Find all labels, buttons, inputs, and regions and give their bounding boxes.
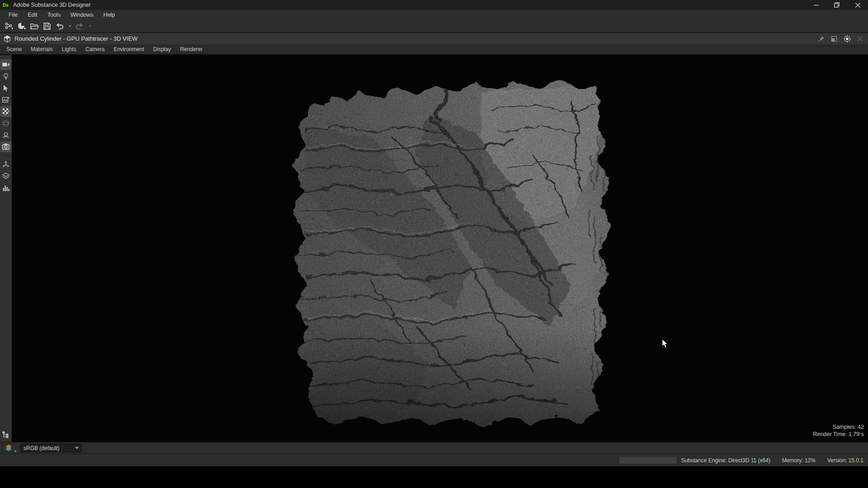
histogram-icon [2, 184, 10, 192]
3d-viewport[interactable]: Samples: 42 Render Time: 1.79 s [13, 55, 868, 442]
focus-view-icon[interactable] [844, 35, 851, 42]
memory-status: Memory: 12% [782, 457, 816, 464]
menu-tools[interactable]: Tools [42, 10, 66, 19]
redo-icon [75, 22, 84, 31]
open-file-button[interactable] [28, 21, 41, 32]
restore-button[interactable] [826, 0, 847, 10]
save-icon [42, 22, 52, 31]
orbit-camera-icon [2, 131, 10, 139]
open-folder-icon [30, 22, 39, 31]
color-profile-value: sRGB (default) [24, 445, 75, 451]
select-pointer-button[interactable] [0, 83, 11, 94]
menu-renderer[interactable]: Renderer [175, 45, 207, 54]
wireframe-layers-button[interactable] [0, 171, 11, 182]
material-checker-icon [2, 108, 10, 116]
wireframe-layers-icon [2, 172, 10, 180]
chevron-down-icon [14, 450, 17, 452]
undo-button[interactable] [53, 21, 66, 32]
environment-image-icon [2, 96, 10, 104]
color-layers-icon [5, 444, 14, 452]
3d-view-menu-bar: Scene Materials Lights Camera Environmen… [0, 44, 868, 55]
menu-environment[interactable]: Environment [109, 45, 148, 54]
menu-camera[interactable]: Camera [81, 45, 109, 54]
window-controls [806, 0, 868, 10]
redo-button[interactable] [73, 21, 86, 32]
orbit-camera-button[interactable] [0, 130, 11, 141]
light-bulb-icon [2, 72, 10, 80]
chevron-down-icon [75, 447, 79, 449]
rail-separator [1, 155, 10, 156]
menu-help[interactable]: Help [99, 10, 120, 19]
mesh-sphere-button[interactable] [0, 118, 11, 129]
panel-header-icons [818, 35, 864, 42]
close-button[interactable] [847, 0, 868, 10]
panel-title: Rounded Cylinder - GPU Pathtracer - 3D V… [14, 35, 137, 42]
bottom-black-strip [0, 466, 868, 488]
chevron-down-icon [89, 25, 91, 27]
pin-icon[interactable] [818, 36, 825, 42]
material-checker-button[interactable] [0, 106, 11, 117]
menu-edit[interactable]: Edit [23, 10, 42, 19]
version-status: Version: 15.0.1 [827, 457, 863, 464]
color-layers-button[interactable] [5, 444, 17, 452]
menu-display[interactable]: Display [149, 45, 175, 54]
menu-lights[interactable]: Lights [57, 45, 81, 54]
app-window: Ds Adobe Substance 3D Designer File Edit… [0, 0, 868, 488]
color-profile-bar: sRGB (default) [0, 442, 868, 454]
progress-bar [619, 457, 677, 464]
new-package-icon [17, 22, 26, 31]
cube-icon [4, 35, 11, 42]
mesh-sphere-icon [2, 119, 10, 127]
samples-readout: Samples: 42 [813, 423, 864, 431]
new-package-button[interactable] [15, 21, 28, 32]
render-camera-icon [2, 143, 10, 151]
rendered-rock-mesh [278, 71, 611, 428]
main-menu-bar: File Edit Tools Windows Help [0, 10, 868, 20]
transform-axes-button[interactable] [0, 159, 11, 170]
status-bar: Substance Engine: Direct3D 11 (x64) Memo… [0, 454, 868, 466]
menu-file[interactable]: File [4, 10, 23, 19]
scene-tree-button[interactable] [0, 429, 11, 440]
mouse-cursor [662, 339, 668, 348]
minimize-button[interactable] [806, 0, 826, 10]
new-substance-graph-icon [5, 22, 14, 31]
scene-tree-icon [2, 431, 10, 439]
title-bar: Ds Adobe Substance 3D Designer [0, 0, 868, 10]
new-substance-graph-button[interactable] [3, 21, 15, 32]
window-title: Adobe Substance 3D Designer [13, 2, 91, 8]
viewport-tool-rail [0, 55, 13, 442]
render-time-readout: Render Time: 1.79 s [813, 431, 864, 438]
undo-icon [55, 22, 64, 31]
redo-history-button[interactable] [86, 21, 93, 32]
close-panel-icon[interactable] [857, 36, 863, 42]
engine-status: Substance Engine: Direct3D 11 (x64) [681, 457, 770, 464]
histogram-button[interactable] [0, 183, 11, 193]
render-stats: Samples: 42 Render Time: 1.79 s [813, 423, 864, 438]
chevron-down-icon [69, 25, 71, 27]
display-camera-icon [2, 61, 10, 69]
3d-view-panel-header: Rounded Cylinder - GPU Pathtracer - 3D V… [0, 33, 868, 44]
color-profile-dropdown[interactable]: sRGB (default) [20, 444, 82, 452]
light-button[interactable] [0, 71, 11, 82]
transform-axes-icon [2, 160, 10, 169]
select-pointer-icon [2, 84, 10, 92]
dock-window-icon[interactable] [831, 36, 837, 42]
menu-windows[interactable]: Windows [66, 10, 99, 19]
render-region-button[interactable] [0, 141, 11, 152]
menu-scene[interactable]: Scene [2, 45, 26, 54]
display-camera-button[interactable] [0, 59, 11, 70]
menu-materials[interactable]: Materials [26, 45, 57, 54]
save-button[interactable] [41, 21, 53, 32]
main-toolbar [0, 20, 868, 33]
workspace: Samples: 42 Render Time: 1.79 s [0, 55, 868, 442]
environment-image-button[interactable] [0, 94, 11, 105]
app-logo-icon: Ds [2, 1, 9, 9]
undo-history-button[interactable] [66, 21, 73, 32]
